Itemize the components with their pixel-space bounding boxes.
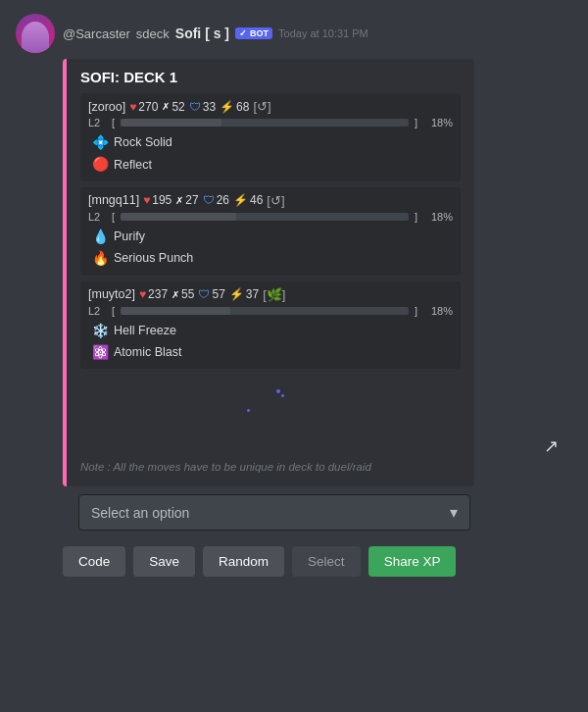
stat-cross-2: ✗ 27 [175, 193, 198, 207]
stat-heart-1: ♥ 270 [129, 100, 158, 114]
shield-icon-2: 🛡 [203, 193, 215, 207]
random-button[interactable]: Random [203, 546, 284, 577]
heart-icon-3: ♥ [139, 287, 146, 301]
dot-2 [281, 394, 284, 397]
level-1: L2 [88, 117, 106, 128]
bracket-icon-3: [🌿] [263, 287, 285, 302]
move-list-3: ❄️ Hell Freeze ⚛️ Atomic Blast [88, 320, 453, 364]
move-name-1-1: Rock Solid [114, 132, 172, 152]
bracket-icon-1: [↺] [253, 99, 270, 114]
empty-area [80, 375, 461, 453]
move-item-1-1: 💠 Rock Solid [92, 131, 453, 153]
stat-cross-1: ✗ 52 [162, 100, 184, 114]
move-list-2: 💧 Purify 🔥 Serious Punch [88, 226, 453, 270]
progress-pct-3: 18% [423, 305, 453, 317]
bracket-close-1: ] [415, 117, 417, 128]
select-dropdown[interactable]: Select an option ▾ [78, 494, 470, 531]
cross-icon-1: ✗ [162, 101, 170, 112]
move-name-3-2: Atomic Blast [114, 342, 181, 362]
move-icon-2-2: 🔥 [92, 247, 109, 269]
dropdown-placeholder: Select an option [91, 505, 189, 521]
progress-bar-2 [121, 213, 409, 221]
bolt-icon-1: ⚡ [220, 100, 234, 114]
move-item-3-2: ⚛️ Atomic Blast [92, 341, 453, 363]
player-2-name: [mngq11] [88, 193, 139, 207]
dot-3 [247, 409, 250, 412]
move-icon-3-2: ⚛️ [92, 341, 109, 363]
move-icon-2-1: 💧 [92, 226, 109, 247]
checkmark-icon: ✓ [239, 28, 247, 38]
shield-icon-1: 🛡 [189, 100, 201, 114]
stat-heart-2: ♥ 195 [143, 193, 172, 207]
move-list-1: 💠 Rock Solid 🔴 Reflect [88, 131, 453, 176]
timestamp: Today at 10:31 PM [278, 27, 368, 39]
sdeck-label: sdeck [136, 26, 170, 41]
stat-heart-3: ♥ 237 [139, 287, 168, 301]
bolt-icon-2: ⚡ [233, 193, 248, 207]
select-dropdown-row[interactable]: Select an option ▾ [63, 486, 588, 538]
message-meta: @Sarcaster sdeck Sofi [ s ] ✓ BOT Today … [63, 25, 368, 41]
stat-shield-3: 🛡 57 [198, 287, 224, 301]
stat-bolt-2: ⚡ 46 [233, 193, 263, 207]
bracket-icon-2: [↺] [267, 193, 284, 208]
move-name-2-2: Serious Punch [114, 248, 193, 268]
deck-card-2: [mngq11] ♥ 195 ✗ 27 🛡 26 ⚡ 46 [↺] L2 [ ]… [80, 187, 461, 276]
message-header: @Sarcaster sdeck Sofi [ s ] ✓ BOT Today … [0, 10, 588, 53]
save-button[interactable]: Save [133, 546, 195, 577]
bolt-icon-3: ⚡ [229, 287, 244, 301]
code-button[interactable]: Code [63, 546, 125, 577]
bracket-close-3: ] [415, 305, 417, 317]
move-item-3-1: ❄️ Hell Freeze [92, 320, 453, 341]
progress-bar-3 [121, 307, 409, 315]
share-xp-button[interactable]: Share XP [368, 546, 457, 577]
stat-bolt-3: ⚡ 37 [229, 287, 259, 301]
select-button[interactable]: Select [292, 546, 361, 577]
move-icon-1-2: 🔴 [92, 153, 109, 175]
move-item-1-2: 🔴 Reflect [92, 153, 453, 175]
button-row: Code Save Random Select Share XP [0, 538, 588, 585]
dot-1 [276, 389, 280, 393]
progress-fill-2 [121, 213, 236, 221]
stat-shield-1: 🛡 33 [189, 100, 216, 114]
progress-pct-1: 18% [423, 117, 453, 128]
shield-icon-3: 🛡 [198, 287, 210, 301]
stat-cross-3: ✗ 55 [172, 287, 194, 301]
move-icon-3-1: ❄️ [92, 320, 109, 341]
stat-shield-2: 🛡 26 [203, 193, 229, 207]
stat-bolt-1: ⚡ 68 [220, 100, 249, 114]
deck-card-3: [muyto2] ♥ 237 ✗ 55 🛡 57 ⚡ 37 [🌿] L2 [ ]… [80, 281, 461, 370]
heart-icon-1: ♥ [129, 100, 136, 114]
progress-row-2: L2 [ ] 18% [88, 211, 453, 223]
deck-card-3-header: [muyto2] ♥ 237 ✗ 55 🛡 57 ⚡ 37 [🌿] [88, 287, 453, 302]
player-3-name: [muyto2] [88, 287, 135, 301]
cross-icon-3: ✗ [172, 289, 179, 300]
level-3: L2 [88, 305, 106, 317]
progress-row-1: L2 [ ] 18% [88, 117, 453, 128]
deck-card-2-header: [mngq11] ♥ 195 ✗ 27 🛡 26 ⚡ 46 [↺] [88, 193, 453, 208]
bot-name: Sofi [ s ] [175, 25, 229, 41]
chat-area: @Sarcaster sdeck Sofi [ s ] ✓ BOT Today … [0, 0, 588, 585]
bracket-open-2: [ [112, 211, 115, 223]
cross-icon-2: ✗ [175, 195, 183, 206]
progress-row-3: L2 [ ] 18% [88, 305, 453, 317]
bracket-open-3: [ [112, 305, 115, 317]
chevron-down-icon: ▾ [450, 503, 458, 522]
bracket-open-1: [ [112, 117, 115, 128]
deck-card-1-header: [zoroo] ♥ 270 ✗ 52 🛡 33 ⚡ 68 [↺] [88, 99, 453, 114]
move-name-2-1: Purify [114, 227, 145, 246]
move-item-2-1: 💧 Purify [92, 226, 453, 247]
move-item-2-2: 🔥 Serious Punch [92, 247, 453, 269]
note-text: Note : All the moves have to be unique i… [80, 461, 461, 473]
deck-card-1: [zoroo] ♥ 270 ✗ 52 🛡 33 ⚡ 68 [↺] L2 [ ] … [80, 93, 461, 181]
embed-title: SOFI: DECK 1 [80, 69, 461, 85]
move-icon-1-1: 💠 [92, 131, 109, 153]
progress-fill-1 [121, 119, 221, 127]
bot-badge: ✓ BOT [235, 27, 272, 39]
move-name-3-1: Hell Freeze [114, 321, 176, 340]
progress-bar-1 [121, 119, 409, 127]
level-2: L2 [88, 211, 106, 223]
embed-card: SOFI: DECK 1 [zoroo] ♥ 270 ✗ 52 🛡 33 ⚡ 6… [63, 59, 474, 486]
username: @Sarcaster [63, 26, 130, 41]
move-name-1-2: Reflect [114, 155, 152, 175]
bracket-close-2: ] [415, 211, 417, 223]
